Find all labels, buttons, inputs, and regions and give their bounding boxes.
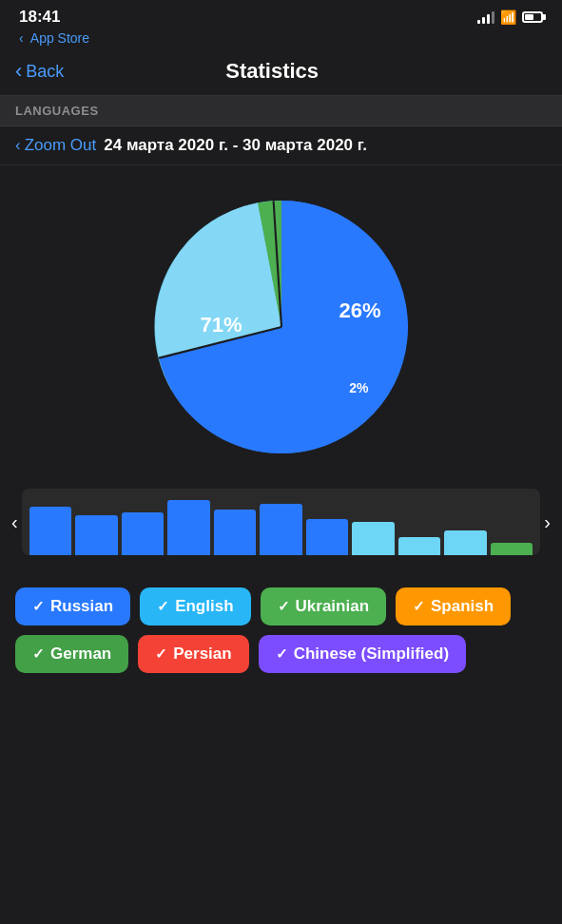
language-tag[interactable]: ✓Spanish xyxy=(396,587,511,626)
nav-bar: ‹ Back Statistics xyxy=(0,51,562,96)
bar-item xyxy=(352,522,395,555)
zoom-chevron-icon: ‹ xyxy=(15,136,21,155)
status-time: 18:41 xyxy=(19,8,60,27)
pie-label-russian: 71% xyxy=(201,313,242,337)
zoom-out-button[interactable]: ‹ Zoom Out xyxy=(15,136,96,155)
pie-chart: 71% 26% 2% xyxy=(148,194,415,460)
check-icon: ✓ xyxy=(278,598,290,615)
status-bar: 18:41 📶 xyxy=(0,0,562,30)
bar-chart-area: ‹ › xyxy=(0,479,562,574)
section-languages-header: LANGUAGES xyxy=(0,96,562,126)
battery-icon xyxy=(522,11,543,23)
scroll-right-arrow[interactable]: › xyxy=(540,511,554,533)
lang-name: Russian xyxy=(50,597,113,616)
check-icon: ✓ xyxy=(413,598,425,615)
status-icons: 📶 xyxy=(477,10,543,25)
chart-area: 71% 26% 2% xyxy=(0,165,562,479)
app-store-label: App Store xyxy=(30,30,89,46)
back-label: Back xyxy=(26,62,64,82)
check-icon: ✓ xyxy=(32,598,45,615)
pie-svg-main xyxy=(148,194,415,460)
app-store-chevron-icon: ‹ xyxy=(19,30,24,46)
language-tag[interactable]: ✓German xyxy=(15,635,128,673)
bar-item xyxy=(444,530,487,555)
lang-name: Ukrainian xyxy=(296,597,369,616)
language-tag[interactable]: ✓Ukrainian xyxy=(261,587,386,626)
bar-item xyxy=(29,507,72,555)
back-chevron-icon: ‹ xyxy=(15,59,22,84)
language-tag[interactable]: ✓Chinese (Simplified) xyxy=(259,635,466,673)
pie-label-ukrainian: 2% xyxy=(349,380,368,395)
bar-chart xyxy=(22,489,541,555)
scroll-left-arrow[interactable]: ‹ xyxy=(8,511,22,533)
zoom-out-label: Zoom Out xyxy=(25,136,97,155)
bar-item xyxy=(214,510,257,555)
check-icon: ✓ xyxy=(155,645,167,663)
page-title: Statistics xyxy=(64,59,480,84)
back-button[interactable]: ‹ Back xyxy=(15,59,64,84)
check-icon: ✓ xyxy=(276,645,288,663)
pie-label-english: 26% xyxy=(339,298,380,323)
date-range: 24 марта 2020 г. - 30 марта 2020 г. xyxy=(104,136,367,155)
check-icon: ✓ xyxy=(157,598,169,615)
app-store-bar[interactable]: ‹ App Store xyxy=(0,30,562,51)
language-tag[interactable]: ✓Russian xyxy=(15,587,130,626)
bar-chart-scroll: ‹ › xyxy=(0,489,562,555)
language-tag[interactable]: ✓English xyxy=(140,587,250,626)
signal-icon xyxy=(477,10,494,24)
lang-name: Spanish xyxy=(431,597,494,616)
lang-name: German xyxy=(50,645,111,664)
bar-item xyxy=(167,500,210,555)
bar-item xyxy=(75,515,118,555)
bar-item xyxy=(491,543,533,555)
zoom-bar: ‹ Zoom Out 24 марта 2020 г. - 30 марта 2… xyxy=(0,126,562,165)
wifi-icon: 📶 xyxy=(500,10,516,25)
language-tags: ✓Russian✓English✓Ukrainian✓Spanish✓Germa… xyxy=(0,574,562,692)
lang-name: English xyxy=(175,597,233,616)
bar-item xyxy=(122,512,165,555)
bar-item xyxy=(398,537,441,555)
language-tag[interactable]: ✓Persian xyxy=(138,635,248,673)
lang-name: Chinese (Simplified) xyxy=(294,645,449,664)
bar-item xyxy=(306,519,349,555)
check-icon: ✓ xyxy=(32,645,45,663)
lang-name: Persian xyxy=(173,645,231,664)
bar-item xyxy=(260,504,302,555)
